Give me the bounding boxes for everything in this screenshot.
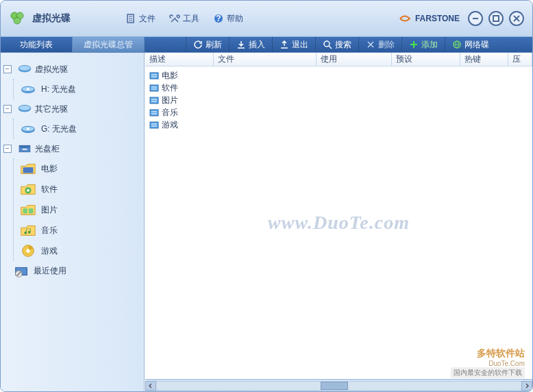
scroll-left-button[interactable] [145,381,156,391]
add-button[interactable]: 添加 [401,37,445,52]
drive-h-label: H: 无光盘 [41,84,76,95]
col-hotkey[interactable]: 热键 [460,53,508,66]
sidebar-tabs: 功能列表 虚拟光碟总管 [1,37,145,52]
svg-rect-48 [150,85,158,91]
list-item[interactable]: 软件 [149,82,528,94]
search-button[interactable]: 搜索 [315,37,358,52]
software-label: 软件 [41,184,58,195]
col-preset[interactable]: 预设 [392,53,460,66]
main-panel: 描述 文件 使用 预设 热键 压 电影 软件 图片 [145,53,532,391]
list-item[interactable]: 音乐 [149,106,528,119]
tree-view: − 虚拟光驱 H: 无光盘 − 其它光驱 [1,57,144,283]
tree-subnode-movies[interactable]: 电影 [19,158,140,179]
tree-subnode-drive-h[interactable]: H: 无光盘 [19,79,140,99]
cabinet-icon [17,143,32,155]
insert-label: 插入 [249,39,265,51]
help-icon: ? [213,13,224,24]
menu-tools[interactable]: 工具 [169,13,199,25]
title-bar: 虚拟光碟 文件 工具 ? 帮助 FARSTONE [1,1,532,36]
tree-subnode-games[interactable]: 游戏 [19,241,140,261]
collapse-toggle[interactable]: − [3,105,12,113]
refresh-label: 刷新 [206,39,222,51]
delete-button[interactable]: 删除 [358,37,401,52]
pictures-label: 图片 [41,204,58,216]
svg-point-23 [18,66,30,71]
svg-point-28 [18,106,30,111]
tree-subnode-software[interactable]: 软件 [19,179,140,199]
netdisk-label: 网络碟 [464,39,489,51]
tab-vcd-manager[interactable]: 虚拟光碟总管 [73,37,145,52]
scroll-thumb[interactable] [321,382,348,390]
svg-rect-39 [29,208,34,213]
list-item[interactable]: 图片 [149,94,528,106]
scroll-right-button[interactable] [521,381,532,391]
tabs-and-toolbar-row: 功能列表 虚拟光碟总管 刷新 插入 退出 搜索 删除 [1,36,532,53]
close-button[interactable] [509,11,524,26]
col-file[interactable]: 文件 [214,53,317,66]
tools-icon [169,13,180,24]
netdisk-button[interactable]: 网络碟 [445,37,496,52]
list-item[interactable]: 游戏 [149,119,528,131]
svg-rect-33 [19,145,30,147]
category-icon [149,95,159,105]
maximize-button[interactable] [488,11,504,26]
category-icon [149,83,159,93]
tree-node-recent[interactable]: 最近使用 [13,261,140,280]
list-area: 电影 软件 图片 音乐 游戏 www.DuoTe.co [145,66,532,379]
svg-rect-38 [23,208,27,213]
globe-icon [452,40,462,49]
tab-function-list[interactable]: 功能列表 [1,37,73,52]
plus-icon [409,40,419,49]
tree-node-virtual-drive[interactable]: − 虚拟光驱 [3,60,140,79]
music-icon [19,223,37,238]
list-item[interactable]: 电影 [149,69,528,82]
refresh-icon [193,40,203,49]
drive-icon [19,82,37,97]
menu-help[interactable]: ? 帮助 [213,13,243,25]
category-icon [149,108,159,117]
watermark: www.DuoTe.com [268,212,410,234]
drive-icon [17,103,32,115]
collapse-toggle[interactable]: − [3,145,12,153]
col-description[interactable]: 描述 [145,53,214,66]
col-compress[interactable]: 压 [508,53,532,66]
svg-rect-57 [150,122,158,128]
brand-text: FARSTONE [415,14,460,23]
category-icon [149,120,159,130]
menu-file[interactable]: 文件 [125,13,156,25]
toolbar: 刷新 插入 退出 搜索 删除 添加 [145,37,532,52]
app-icon [9,10,25,27]
tree-node-other-drive[interactable]: − 其它光驱 [3,99,140,119]
scroll-track[interactable] [156,381,521,391]
refresh-button[interactable]: 刷新 [186,37,229,52]
column-headers: 描述 文件 使用 预设 热键 压 [145,53,532,66]
svg-point-26 [27,88,29,90]
drive-g-label: G: 无光盘 [41,123,77,135]
svg-rect-51 [150,97,158,103]
virtual-drive-label: 虚拟光驱 [35,64,68,75]
games-label: 游戏 [41,245,58,257]
minimize-button[interactable] [468,11,483,26]
list-item-label: 音乐 [162,107,178,119]
tree-subnode-music[interactable]: 音乐 [19,220,140,241]
col-usage[interactable]: 使用 [317,53,392,66]
sidebar: − 虚拟光驱 H: 无光盘 − 其它光驱 [1,53,145,391]
tree-subnode-drive-g[interactable]: G: 无光盘 [19,119,140,139]
exit-button[interactable]: 退出 [272,37,315,52]
window-controls [468,11,524,26]
search-label: 搜索 [335,39,351,51]
collapse-toggle[interactable]: − [3,65,12,73]
add-label: 添加 [421,39,438,51]
app-window: 虚拟光碟 文件 工具 ? 帮助 FARSTONE [0,0,533,392]
svg-point-31 [27,127,29,130]
insert-button[interactable]: 插入 [229,37,272,52]
tree-node-cabinet[interactable]: − 光盘柜 [3,139,140,158]
eject-icon [280,40,289,49]
other-drive-label: 其它光驱 [35,103,68,115]
list-item-label: 软件 [162,82,178,94]
file-icon [125,13,136,24]
software-icon [19,182,37,197]
tree-subnode-pictures[interactable]: 图片 [19,199,140,220]
menu-file-label: 文件 [139,13,156,25]
disc-icon [19,243,37,258]
